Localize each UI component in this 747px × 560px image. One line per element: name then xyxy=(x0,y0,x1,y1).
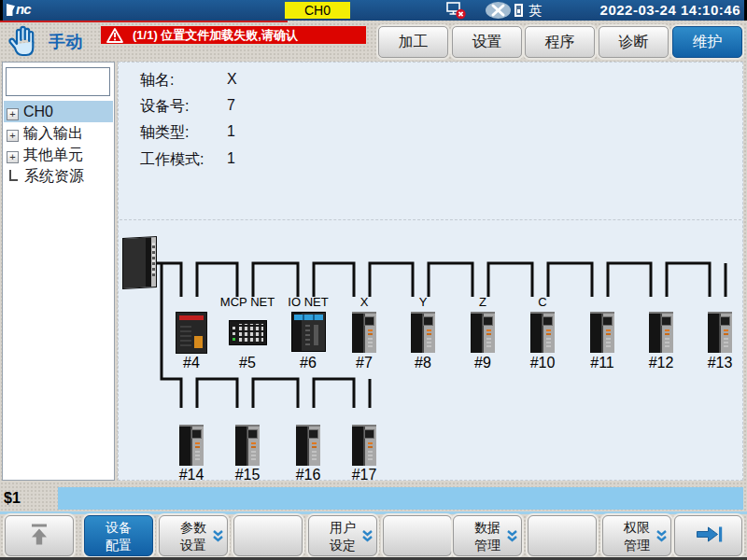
device-id: #9 xyxy=(474,355,491,371)
servo-drive-icon[interactable] xyxy=(235,425,260,466)
info-value-axis-name: X xyxy=(227,71,237,88)
clock: 2022-03-24 14:10:46 xyxy=(600,2,740,18)
servo-drive-icon[interactable] xyxy=(590,312,614,353)
tree-item-label: 输入输出 xyxy=(23,125,83,141)
servo-drive-icon[interactable] xyxy=(708,312,732,353)
expand-icon[interactable] xyxy=(7,151,19,163)
info-value-axis-type: 1 xyxy=(227,123,235,140)
expand-icon[interactable] xyxy=(7,130,19,142)
data-management-button[interactable]: 数据管理 xyxy=(453,515,522,556)
device-tag: Z xyxy=(479,295,486,309)
device-tree-panel: CH0 输入输出 其他单元 系统资源 xyxy=(2,62,115,481)
io-net-device-icon[interactable] xyxy=(291,312,326,352)
servo-drive-icon[interactable] xyxy=(471,312,495,353)
mode-label: 手动 xyxy=(49,31,82,53)
tree-item-system-resources[interactable]: 系统资源 xyxy=(4,165,113,187)
warning-icon xyxy=(106,28,123,43)
device-detail-panel xyxy=(118,62,743,481)
device-tag: X xyxy=(360,295,369,309)
inverter-device-icon[interactable] xyxy=(176,312,207,354)
chevron-down-icon xyxy=(361,529,374,546)
info-label-work-mode: 工作模式: xyxy=(140,150,204,170)
device-id: #11 xyxy=(590,355,614,371)
device-tag: MCP NET xyxy=(220,295,275,309)
manual-mode-hand-icon xyxy=(7,24,41,62)
device-id: #12 xyxy=(649,355,674,371)
toolbar-separator xyxy=(0,511,747,514)
language-indicator[interactable]: 英 xyxy=(529,3,542,20)
title-bar: nc CH0 英 2022-03-24 14:10:46 xyxy=(0,0,747,21)
device-id: #16 xyxy=(296,467,321,483)
tab-diagnosis[interactable]: 诊断 xyxy=(599,26,669,58)
tab-maintenance[interactable]: 维护 xyxy=(672,26,742,58)
device-id: #17 xyxy=(352,467,377,483)
cnc-maintenance-screen: nc CH0 英 2022-03-24 14:10:46 xyxy=(0,0,747,560)
info-label-axis-type: 轴类型: xyxy=(140,123,189,143)
device-tag: IO NET xyxy=(288,295,328,309)
page-up-button[interactable] xyxy=(5,515,74,556)
tree-item-io[interactable]: 输入输出 xyxy=(4,122,113,144)
chevron-down-icon xyxy=(506,529,518,546)
mcp-panel-device-icon[interactable] xyxy=(229,320,267,345)
servo-drive-icon[interactable] xyxy=(179,425,204,466)
servo-drive-icon[interactable] xyxy=(411,312,435,353)
device-config-button[interactable]: 设备配置 xyxy=(84,515,153,556)
logo-text: nc xyxy=(16,1,31,17)
info-value-device-no: 7 xyxy=(227,97,235,114)
tree-filter-input[interactable] xyxy=(6,67,110,96)
input-method-icon[interactable] xyxy=(514,4,523,17)
host-controller-icon[interactable] xyxy=(122,236,157,289)
servo-drive-icon[interactable] xyxy=(296,425,320,466)
device-id: #10 xyxy=(530,355,556,371)
tree-item-ch0[interactable]: CH0 xyxy=(4,101,113,122)
logo-icon xyxy=(7,4,15,16)
window-edge xyxy=(0,0,3,21)
servo-drive-icon[interactable] xyxy=(530,312,555,353)
servo-drive-icon[interactable] xyxy=(352,312,376,353)
channel-badge: CH0 xyxy=(285,2,350,19)
empty-softkey-button[interactable] xyxy=(528,515,597,556)
servo-drive-icon[interactable] xyxy=(649,312,673,353)
empty-softkey-button[interactable] xyxy=(383,515,452,556)
button-label: 配置 xyxy=(85,537,152,554)
alert-banner[interactable]: (1/1) 位置文件加载失败,请确认 xyxy=(101,26,366,44)
device-id: #5 xyxy=(239,355,256,371)
right-arrow-icon xyxy=(694,525,723,548)
info-label-device-no: 设备号: xyxy=(140,97,189,117)
tab-program[interactable]: 程序 xyxy=(525,26,595,58)
status-progress-bar xyxy=(58,487,743,510)
tab-settings[interactable]: 设置 xyxy=(452,26,522,58)
parameter-settings-button[interactable]: 参数设置 xyxy=(159,515,228,556)
tree-item-other-units[interactable]: 其他单元 xyxy=(4,144,113,165)
device-tag: Y xyxy=(419,295,428,309)
device-id: #8 xyxy=(415,355,431,371)
vent-detail xyxy=(180,324,191,346)
close-icon[interactable] xyxy=(486,2,511,19)
tree-item-label: 系统资源 xyxy=(24,168,84,184)
tab-process[interactable]: 加工 xyxy=(378,26,448,58)
alarm-underline xyxy=(0,21,288,22)
device-id: #14 xyxy=(179,467,204,483)
empty-softkey-button[interactable] xyxy=(233,515,303,556)
device-id: #6 xyxy=(300,355,317,371)
servo-drive-icon[interactable] xyxy=(352,425,376,466)
channel-status-label: $1 xyxy=(4,490,21,507)
tree-branch-icon xyxy=(9,170,18,181)
expand-icon[interactable] xyxy=(7,108,19,120)
chevron-down-icon xyxy=(212,529,224,546)
tree-item-label: CH0 xyxy=(23,104,53,119)
chevron-down-icon xyxy=(655,529,668,546)
brand-logo: nc xyxy=(7,1,31,17)
network-error-icon[interactable] xyxy=(446,2,467,23)
device-id: #13 xyxy=(708,355,733,371)
device-id: #15 xyxy=(235,467,261,483)
info-label-axis-name: 轴名: xyxy=(140,71,174,91)
alert-text: (1/1) 位置文件加载失败,请确认 xyxy=(133,26,298,44)
section-divider xyxy=(120,219,741,220)
device-id: #4 xyxy=(183,355,200,371)
tree-item-label: 其他单元 xyxy=(23,147,83,162)
permission-management-button[interactable]: 权限管理 xyxy=(602,515,671,556)
next-page-button[interactable] xyxy=(674,515,742,556)
info-value-work-mode: 1 xyxy=(227,150,235,167)
user-settings-button[interactable]: 用户设定 xyxy=(308,515,377,556)
